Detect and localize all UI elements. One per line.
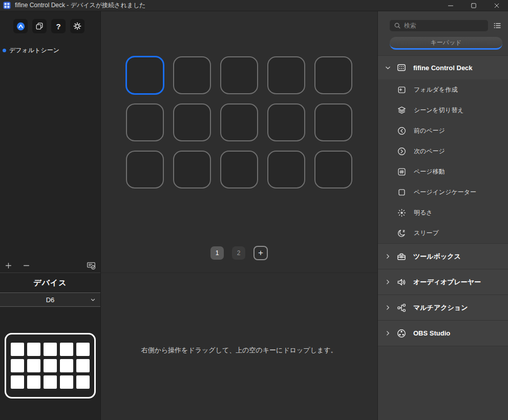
preview-key [44,343,57,356]
scene-list: デフォルトシーン [0,39,100,258]
preview-key [27,343,40,356]
preview-key [27,375,40,389]
active-scene-dot [3,49,6,52]
preview-key [44,375,57,389]
key-4[interactable] [267,56,305,94]
search-input[interactable] [404,22,484,29]
key-6[interactable] [126,103,164,141]
window-controls [439,0,508,11]
remove-scene-button[interactable] [23,262,30,269]
key-13[interactable] [220,151,258,188]
scene-item-default[interactable]: デフォルトシーン [0,45,100,56]
action-label: ページインジケーター [414,188,476,197]
key-canvas-top: 12+ [101,11,377,273]
action-layers[interactable]: シーンを切り替え [378,100,508,120]
sleep-icon [397,229,406,238]
preview-key [60,343,73,356]
gear-icon [73,22,81,30]
minus-icon [23,262,30,269]
section-audio-player[interactable]: オーディオプレーヤー [378,269,508,295]
multi-action-icon [397,303,406,312]
chevron-right-icon [385,279,391,285]
preview-key [60,375,73,389]
chevron-right-icon [385,253,391,260]
scene-actions-bar [0,258,100,272]
section-label: マルチアクション [413,303,468,312]
key-3[interactable] [220,56,258,94]
action-folder-plus[interactable]: フォルダを作成 [378,79,508,100]
page-jump-icon [397,167,406,176]
section-label: オーディオプレーヤー [413,278,481,287]
search-row [378,11,508,31]
key-15[interactable] [314,151,352,188]
devices-icon [35,22,44,30]
section-items: フォルダを作成シーンを切り替え前のページ次のページページ移動ページインジケーター… [378,79,508,243]
add-scene-button[interactable] [5,262,12,269]
key-9[interactable] [267,103,305,141]
list-view-button[interactable] [493,22,501,30]
preview-key [27,359,40,372]
key-14[interactable] [267,151,305,188]
close-button[interactable] [485,0,508,11]
key-8[interactable] [220,103,258,141]
key-5[interactable] [314,56,352,94]
section-label: OBS Studio [413,329,450,337]
key-1[interactable] [126,56,164,94]
maximize-button[interactable] [462,0,485,11]
key-2[interactable] [173,56,211,94]
titlebar: fifine Control Deck - デバイスが接続されました [0,0,508,11]
action-next-page[interactable]: 次のページ [378,141,508,161]
action-brightness[interactable]: 明るさ [378,202,508,223]
device-select[interactable]: D6 [0,292,100,307]
brightness-icon [397,208,406,217]
key-7[interactable] [173,103,211,141]
chevron-right-icon [385,330,391,337]
section-obs[interactable]: OBS Studio [378,320,508,346]
layers-icon [397,106,406,115]
preview-key [76,375,90,389]
section-multi-action[interactable]: マルチアクション [378,295,508,320]
preview-key [11,343,24,356]
next-page-icon [397,147,406,156]
key-11[interactable] [126,151,164,188]
action-prev-page[interactable]: 前のページ [378,120,508,141]
search-icon [394,22,401,29]
key-10[interactable] [314,103,352,141]
tab-keypad[interactable]: キーパッド [390,37,502,50]
preview-key [76,359,90,372]
key-12[interactable] [173,151,211,188]
settings-button[interactable] [70,19,84,33]
left-panel: ? デフォルトシーン デバイス D6 [0,11,101,420]
action-page-jump[interactable]: ページ移動 [378,161,508,182]
maximize-icon [470,2,478,10]
section-label: ツールボックス [413,252,461,261]
close-icon [493,2,501,10]
minimize-button[interactable] [439,0,462,11]
action-panel: キーパッド fifine Control Deckフォルダを作成シーンを切り替え… [377,11,508,420]
page-button-2[interactable]: 2 [232,246,245,260]
drag-hint: 右側から操作をドラッグして、上の空のキーにドロップします。 [101,346,377,355]
section-label: fifine Control Deck [413,64,473,72]
app-home-button[interactable] [13,19,28,33]
app-icon [3,2,11,9]
chevron-right-icon [385,304,391,311]
action-label: ページ移動 [414,167,445,176]
preview-key [11,359,24,372]
action-label: フォルダを作成 [414,86,457,94]
action-sleep[interactable]: スリープ [378,223,508,243]
page-indicator-icon [397,188,406,197]
device-preview [5,333,96,398]
section-keypad[interactable]: fifine Control Deck [378,55,508,79]
devices-button[interactable] [32,19,47,33]
section-toolbox[interactable]: ツールボックス [378,243,508,269]
toolbox-icon [397,252,406,261]
page-button-1[interactable]: 1 [210,246,224,260]
action-page-indicator[interactable]: ページインジケーター [378,182,508,202]
keypad-icon [397,63,406,72]
scene-manage-button[interactable] [87,261,96,270]
device-select-value: D6 [46,296,55,304]
add-page-button[interactable]: + [253,246,268,260]
help-button[interactable]: ? [51,19,66,33]
plus-icon [5,262,12,269]
key-canvas: 12+ 右側から操作をドラッグして、上の空のキーにドロップします。 [101,11,377,420]
